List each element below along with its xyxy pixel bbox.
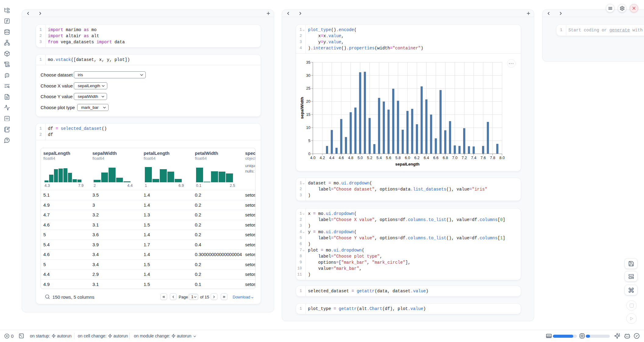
svg-text:sepalLength: sepalLength — [395, 162, 420, 166]
svg-text:5.0: 5.0 — [357, 156, 363, 160]
svg-text:7.6: 7.6 — [481, 156, 486, 160]
svg-text:6.0: 6.0 — [405, 156, 410, 160]
svg-text:5.8: 5.8 — [395, 156, 401, 160]
svg-text:4.8: 4.8 — [348, 156, 353, 160]
svg-text:0: 0 — [308, 152, 310, 156]
svg-text:4.6: 4.6 — [338, 156, 344, 160]
svg-text:8.0: 8.0 — [499, 156, 505, 160]
svg-text:sepalWidth: sepalWidth — [300, 97, 304, 119]
svg-text:4.4: 4.4 — [329, 156, 334, 160]
svg-text:10: 10 — [306, 126, 310, 130]
svg-text:7.0: 7.0 — [452, 156, 457, 160]
svg-text:6.8: 6.8 — [443, 156, 448, 160]
svg-text:5.4: 5.4 — [377, 156, 382, 160]
svg-text:7.4: 7.4 — [471, 156, 476, 160]
svg-text:4.0: 4.0 — [310, 156, 315, 160]
svg-text:25: 25 — [306, 86, 310, 91]
svg-text:6.6: 6.6 — [433, 156, 438, 160]
svg-text:5: 5 — [308, 139, 310, 143]
svg-text:4.2: 4.2 — [320, 156, 325, 160]
svg-text:6.4: 6.4 — [424, 156, 429, 160]
svg-text:5.2: 5.2 — [367, 156, 372, 160]
svg-text:5.6: 5.6 — [386, 156, 391, 160]
svg-text:6.2: 6.2 — [414, 156, 420, 160]
svg-text:15: 15 — [306, 112, 310, 117]
svg-text:35: 35 — [306, 60, 310, 65]
svg-text:7.8: 7.8 — [490, 156, 495, 160]
svg-text:7.2: 7.2 — [462, 156, 467, 160]
svg-text:20: 20 — [306, 99, 310, 104]
svg-text:30: 30 — [306, 73, 310, 78]
